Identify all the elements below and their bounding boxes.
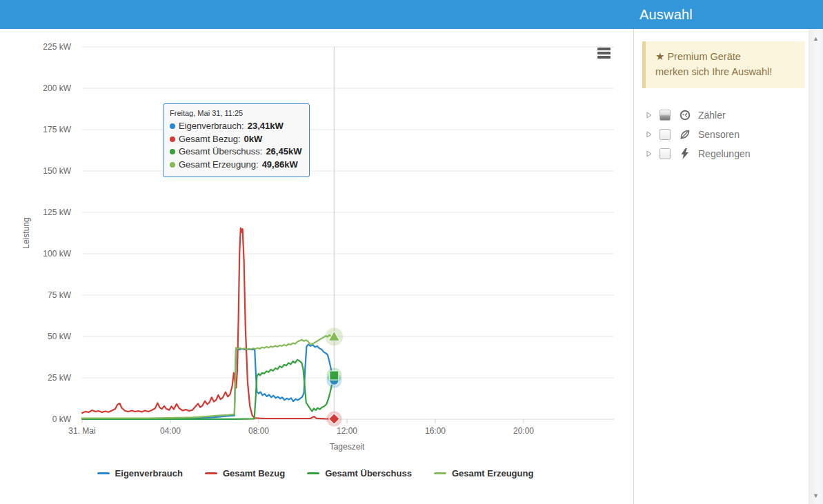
y-tick-label: 100 kW	[17, 249, 71, 259]
tooltip-row-label: Gesamt Bezug:	[179, 133, 241, 146]
device-tree: ZählerSensorenRegelungen	[634, 105, 806, 163]
series-bullet-icon	[170, 162, 175, 168]
series-bullet-icon	[170, 137, 175, 142]
tooltip-rows: Eigenverbrauch: 23,41kWGesamt Bezug: 0kW…	[170, 120, 301, 171]
tooltip-row-value: 49,86kW	[262, 159, 298, 172]
expand-caret-icon[interactable]	[646, 112, 652, 119]
notice-line2: merken sich Ihre Auswahl!	[655, 66, 772, 77]
tree-row-z-hler[interactable]: Zähler	[634, 105, 806, 125]
legend-item-gesamt-bezug[interactable]: Gesamt Bezug	[205, 468, 285, 478]
legend-label: Eigenverbrauch	[115, 468, 183, 478]
scroll-up-icon[interactable]: ▲	[809, 34, 823, 43]
tooltip-row-value: 23,41kW	[248, 120, 284, 133]
x-axis-title: Tageszeit	[330, 442, 365, 452]
legend-item-eigenverbrauch[interactable]: Eigenverbrauch	[97, 468, 183, 478]
chart-panel: 0 kW25 kW50 kW75 kW100 kW125 kW150 kW175…	[0, 29, 631, 504]
legend-item-gesamt-berschuss[interactable]: Gesamt Überschuss	[307, 468, 412, 478]
y-tick-label: 175 kW	[17, 125, 71, 134]
sidebar-scrollbar[interactable]: ▲ ▼	[809, 29, 823, 504]
y-tick-label: 200 kW	[17, 83, 71, 93]
series-line-gesamt-berschuss	[82, 360, 334, 419]
tooltip-row-label: Gesamt Überschuss:	[179, 145, 262, 159]
tree-label[interactable]: Regelungen	[698, 148, 751, 159]
tree-row-regelungen[interactable]: Regelungen	[634, 144, 806, 163]
x-tick-label: 04:00	[160, 426, 181, 436]
series-line-eigenverbrauch	[82, 345, 334, 419]
y-tick-label: 75 kW	[17, 290, 71, 300]
tree-row-sensoren[interactable]: Sensoren	[634, 125, 806, 144]
marker-square-gesamt-berschuss	[330, 371, 339, 380]
chart-tooltip: Freitag, Mai 31, 11:25 Eigenverbrauch: 2…	[163, 103, 310, 177]
tooltip-row-label: Gesamt Erzeugung:	[179, 159, 259, 172]
checkbox-sensoren[interactable]	[660, 129, 671, 140]
series-line-gesamt-bezug	[82, 228, 334, 419]
series-bullet-icon	[170, 123, 175, 129]
expand-caret-icon[interactable]	[646, 131, 652, 138]
star-icon: ★	[655, 50, 664, 62]
legend-label: Gesamt Überschuss	[325, 468, 412, 478]
tooltip-row-label: Eigenverbrauch:	[179, 120, 244, 133]
tooltip-row-value: 26,45kW	[266, 145, 301, 159]
legend-item-gesamt-erzeugung[interactable]: Gesamt Erzeugung	[434, 468, 533, 478]
legend-dash-icon	[205, 472, 217, 474]
series-bullet-icon	[170, 149, 175, 154]
y-axis-title: Leistung	[21, 217, 31, 248]
legend-label: Gesamt Erzeugung	[452, 468, 533, 478]
legend-dash-icon	[97, 472, 110, 474]
chart-export-menu-icon[interactable]	[597, 48, 613, 61]
legend-label: Gesamt Bezug	[223, 468, 285, 478]
gauge-icon	[679, 109, 691, 121]
x-tick-label: 12:00	[337, 426, 357, 436]
y-tick-label: 125 kW	[17, 208, 71, 217]
y-tick-label: 0 kW	[17, 414, 71, 424]
checkbox-regelungen[interactable]	[660, 148, 671, 159]
y-tick-label: 150 kW	[17, 166, 71, 176]
series-line-gesamt-erzeugung	[82, 335, 334, 418]
notice-line1: Premium Geräte	[667, 51, 740, 62]
legend-dash-icon	[434, 472, 446, 474]
y-tick-label: 225 kW	[17, 42, 71, 52]
tree-label[interactable]: Sensoren	[698, 129, 740, 140]
tooltip-row: Gesamt Erzeugung: 49,86kW	[170, 159, 301, 172]
lightning-icon	[679, 148, 691, 160]
leaf-icon	[679, 128, 691, 141]
premium-notice: ★Premium Geräte merken sich Ihre Auswahl…	[642, 41, 805, 88]
tooltip-row: Gesamt Überschuss: 26,45kW	[170, 145, 301, 159]
x-tick-label: 31. Mai	[68, 426, 95, 436]
scroll-down-icon[interactable]: ▼	[809, 492, 823, 500]
y-tick-label: 50 kW	[17, 332, 71, 341]
chart-legend: EigenverbrauchGesamt BezugGesamt Übersch…	[0, 468, 631, 478]
tooltip-row-value: 0kW	[244, 133, 263, 146]
expand-caret-icon[interactable]	[646, 150, 652, 157]
x-tick-label: 08:00	[248, 426, 269, 436]
tooltip-row: Gesamt Bezug: 0kW	[170, 133, 301, 146]
legend-dash-icon	[307, 472, 319, 474]
selection-sidebar: ★Premium Geräte merken sich Ihre Auswahl…	[633, 29, 823, 504]
top-navbar: Auswahl	[0, 0, 823, 29]
app-window: Auswahl 0 kW25 kW50 kW75 kW100 kW125 kW1…	[0, 0, 823, 504]
x-tick-label: 16:00	[425, 426, 446, 436]
checkbox-z-hler[interactable]	[660, 110, 671, 121]
sidebar-title: Auswahl	[639, 7, 693, 23]
tooltip-row: Eigenverbrauch: 23,41kW	[170, 120, 301, 133]
tooltip-header: Freitag, Mai 31, 11:25	[170, 109, 301, 117]
tree-label[interactable]: Zähler	[698, 110, 726, 121]
x-tick-label: 20:00	[513, 426, 534, 436]
y-tick-label: 25 kW	[17, 373, 71, 383]
